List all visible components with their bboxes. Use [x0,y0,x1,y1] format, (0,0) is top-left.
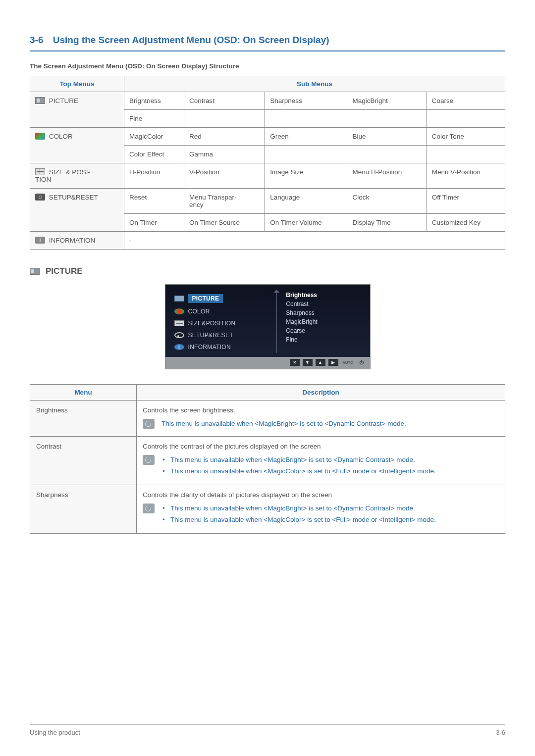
desc-description-cell: Controls the screen brightness.This menu… [137,401,505,437]
table-cell: Gamma [184,146,265,163]
note-icon [143,455,155,465]
osd-nav-button: ⏻ [358,359,365,366]
osd-left-item: PICTURE [174,292,271,305]
table-cell: Color Tone [427,128,505,146]
info-icon [35,237,45,244]
note-icon [143,419,155,429]
osd-left-item: SIZE&POSITION [174,317,271,329]
section-title: 3-6 Using the Screen Adjustment Menu (OS… [30,35,505,51]
table-cell: Language [265,189,347,214]
table-cell: Customized Key [427,214,505,232]
osd-left-label: COLOR [188,308,210,315]
table-cell [427,146,505,163]
picture-icon [35,97,45,104]
osd-menu-icon [174,308,184,314]
table-cell: Reset [124,189,184,214]
setup-icon [35,194,45,201]
picture-heading: PICTURE [30,266,505,276]
structure-menu-cell: INFORMATION [30,232,124,250]
osd-nav-button: ✕ [290,359,300,366]
table-cell: Image Size [265,163,347,189]
table-cell [347,110,427,128]
osd-left-label: SIZE&POSITION [188,320,236,327]
picture-heading-text: PICTURE [46,266,83,276]
structure-menu-label: COLOR [47,133,73,140]
desc-menu-cell: Sharpness [30,485,137,533]
picture-icon [30,268,40,275]
table-cell [427,110,505,128]
table-cell: - [124,232,505,250]
osd-right-item: Brightness [286,292,365,299]
osd-nav-button: ▶ [328,359,338,366]
table-cell: Sharpness [265,92,347,110]
page-footer: Using the product 3-6 [30,724,505,736]
osd-menu-icon [174,344,184,350]
table-cell: On Timer Source [184,214,265,232]
structure-menu-cell: PICTURE [30,92,124,128]
table-cell: Clock [347,189,427,214]
note-item: This menu is unavailable when <MagicColo… [161,466,436,477]
desc-header-menu: Menu [30,385,137,401]
osd-right-item: Sharpness [286,309,365,316]
note-text: This menu is unavailable when <MagicBrig… [161,419,406,429]
table-cell: MagicColor [124,128,184,146]
footer-right: 3-6 [496,729,505,736]
structure-table: Top Menus Sub Menus PICTUREBrightnessCon… [30,76,505,250]
osd-left-item: COLOR [174,305,271,317]
section-number: 3-6 [30,35,43,45]
table-cell [265,110,347,128]
osd-right-item: Coarse [286,327,365,334]
table-cell: Blue [347,128,427,146]
structure-header-top: Top Menus [30,76,124,92]
note-icon [143,504,155,513]
osd-menu-icon [174,320,184,326]
osd-right-item: Fine [286,336,365,343]
size-icon [35,168,45,175]
osd-right-item: Contrast [286,301,365,307]
section-title-text: Using the Screen Adjustment Menu (OSD: O… [53,35,329,45]
note-text: This menu is unavailable when <MagicBrig… [161,455,436,478]
structure-menu-cell: COLOR [30,128,124,163]
note-item: This menu is unavailable when <MagicBrig… [161,504,436,514]
osd-left-item: INFORMATION [174,341,271,353]
color-icon [35,133,45,140]
footer-left: Using the product [30,729,80,736]
structure-menu-cell: SIZE & POSI-TION [30,163,124,189]
table-cell [347,146,427,163]
note-item: This menu is unavailable when <MagicBrig… [161,455,436,465]
osd-right-item: MagicBright [286,318,365,325]
structure-menu-label: PICTURE [47,97,78,104]
desc-menu-cell: Contrast [30,436,137,485]
table-cell: Display Time [347,214,427,232]
table-cell: Menu V-Position [427,163,505,189]
structure-menu-label: INFORMATION [47,237,95,244]
osd-left-item: SETUP&RESET [174,329,271,341]
desc-menu-cell: Brightness [30,401,137,437]
desc-description-cell: Controls the clarity of details of pictu… [137,485,505,533]
note-text: This menu is unavailable when <MagicBrig… [161,504,436,526]
osd-menu-icon [174,332,184,338]
osd-nav-button: AUTO [341,359,355,366]
structure-subtitle: The Screen Adjustment Menu (OSD: On Scre… [30,62,505,70]
table-cell: Menu H-Position [347,163,427,189]
table-cell: Green [265,128,347,146]
desc-text: Controls the contrast of the pictures di… [143,443,499,450]
table-cell: Red [184,128,265,146]
table-cell: Coarse [427,92,505,110]
description-table: Menu Description BrightnessControls the … [30,384,505,534]
structure-menu-cell: SETUP&RESET [30,189,124,232]
table-cell: V-Position [184,163,265,189]
osd-nav-button: ▲ [316,359,325,366]
table-cell: Fine [124,110,184,128]
table-cell: Contrast [184,92,265,110]
osd-left-label: SETUP&RESET [188,332,233,339]
osd-left-label: PICTURE [188,294,223,303]
table-cell: H-Position [124,163,184,189]
note-item: This menu is unavailable when <MagicColo… [161,515,436,525]
table-cell: Off Timer [427,189,505,214]
desc-text: Controls the screen brightness. [143,406,499,414]
table-cell: MagicBright [347,92,427,110]
osd-menu-icon [174,296,184,302]
osd-screenshot: PICTURECOLORSIZE&POSITIONSETUP&RESETINFO… [165,284,371,369]
table-cell: Menu Transpar-ency [184,189,265,214]
